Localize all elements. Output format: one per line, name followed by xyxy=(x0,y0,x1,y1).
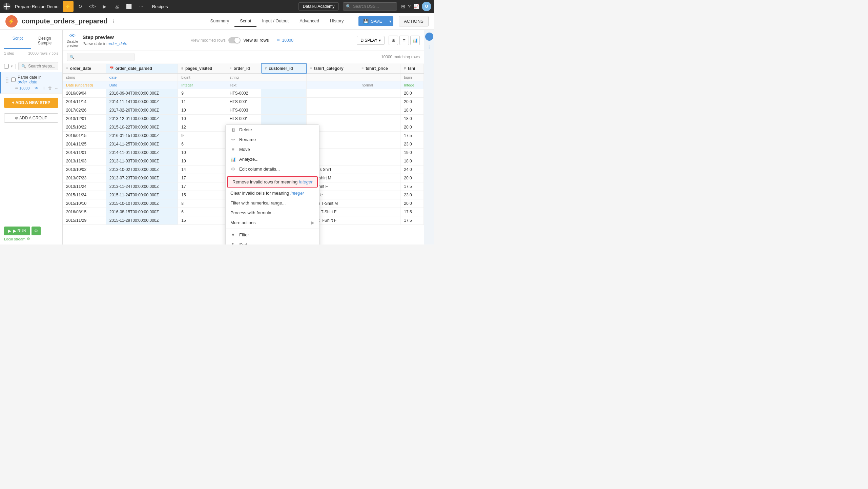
cell-tshi: 18.0 xyxy=(400,106,424,115)
side-panel: i i xyxy=(424,30,434,244)
project-name: Prepare Recipe Demo xyxy=(15,4,59,9)
drag-handle[interactable]: ⣿ xyxy=(5,77,9,83)
nav-icon-print[interactable]: 🖨 xyxy=(111,1,122,12)
col-header-customer-id[interactable]: # customer_id xyxy=(261,64,306,73)
app-logo[interactable] xyxy=(3,2,11,11)
tab-history[interactable]: History xyxy=(325,16,349,27)
stream-settings-icon[interactable]: ⚙ xyxy=(27,237,30,241)
save-button[interactable]: 💾 SAVE xyxy=(358,16,387,26)
subtype-pages-visited: Integer xyxy=(178,81,226,89)
menu-item-clear-invalid[interactable]: Clear invalid cells for meaning Integer xyxy=(226,188,319,198)
menu-item-delete[interactable]: 🗑 Delete xyxy=(226,125,319,135)
menu-item-process-formula[interactable]: Process with formula... xyxy=(226,208,319,218)
step-pause-icon[interactable]: ⏸ xyxy=(41,86,45,91)
display-button[interactable]: DISPLAY ▾ xyxy=(357,36,385,45)
trend-icon[interactable]: 📈 xyxy=(413,4,419,9)
type-customer-id xyxy=(261,73,306,81)
stream-label[interactable]: Local stream ⚙ xyxy=(4,237,41,241)
col-icon-date-parsed: 📅 xyxy=(109,66,113,70)
recipes-label[interactable]: Recipes xyxy=(149,3,171,11)
step-checkbox[interactable] xyxy=(11,77,16,82)
col-header-tshirt-category[interactable]: ≡ tshirt_category xyxy=(306,64,358,73)
step-search[interactable]: 🔍 xyxy=(18,62,58,70)
menu-item-remove-invalid[interactable]: Remove invalid rows for meaning Integer xyxy=(227,176,318,188)
col-header-order-date[interactable]: ≡ order_date xyxy=(63,64,106,73)
chart-view-button[interactable]: 📊 xyxy=(410,36,420,45)
select-all-checkbox[interactable] xyxy=(4,64,9,69)
sidebar-tab-design[interactable]: Design Sample xyxy=(31,33,58,49)
type-tshirt-price xyxy=(358,73,400,81)
tab-advanced[interactable]: Advanced xyxy=(294,16,325,27)
cell-parsed-date: 2013-07-23T00:00:00.000Z xyxy=(106,174,178,182)
list-view-button[interactable]: ≡ xyxy=(399,36,409,45)
cell-tshi: 23.0 xyxy=(400,140,424,149)
disable-preview-button[interactable]: 👁 Disablepreview xyxy=(67,33,78,48)
subtype-tshirt-cat xyxy=(306,81,358,89)
menu-item-analyze[interactable]: 📊 Analyze... xyxy=(226,154,319,164)
row-count-display: 10000 xyxy=(282,38,293,43)
menu-item-edit-column[interactable]: ⚙ Edit column details... xyxy=(226,164,319,174)
nav-icon-code[interactable]: </> xyxy=(87,1,98,12)
menu-item-rename[interactable]: ✏ Rename xyxy=(226,135,319,144)
cell-tshi: 20.0 xyxy=(400,89,424,98)
menu-item-more-actions[interactable]: More actions ▶ xyxy=(226,218,319,228)
cell-pages: 9 xyxy=(178,89,226,98)
run-button[interactable]: ▶ ▶ RUN xyxy=(4,227,30,235)
run-settings-button[interactable]: ⚙ xyxy=(32,227,41,235)
user-avatar[interactable]: U xyxy=(422,2,431,11)
checkbox-dropdown[interactable]: ▾ xyxy=(11,64,13,69)
step-more-icon[interactable]: ··· xyxy=(55,86,58,91)
menu-item-move[interactable]: ≡ Move xyxy=(226,144,319,154)
grid-view-button[interactable]: ⊞ xyxy=(389,36,398,45)
step-eye-icon[interactable]: 👁 xyxy=(35,86,39,91)
cell-customer-id xyxy=(261,115,306,123)
step-delete-icon[interactable]: 🗑 xyxy=(48,86,52,91)
tab-input-output[interactable]: Input / Output xyxy=(256,16,294,27)
save-button-group: 💾 SAVE ▾ xyxy=(358,16,393,26)
save-dropdown-button[interactable]: ▾ xyxy=(387,16,393,26)
step-search-input[interactable] xyxy=(28,64,55,69)
table-row: 2017/02/26 2017-02-26T00:00:00.000Z 10 H… xyxy=(63,106,424,115)
nav-icon-more[interactable]: ··· xyxy=(136,1,147,12)
search-box[interactable]: 🔍 Search DSS... xyxy=(343,2,397,11)
col-header-tshi[interactable]: # tshi xyxy=(400,64,424,73)
grid-icon[interactable]: ⊞ xyxy=(401,4,405,9)
tab-script[interactable]: Script xyxy=(234,16,256,27)
cell-tshirt-price xyxy=(358,157,400,165)
run-label: ▶ RUN xyxy=(13,229,26,233)
menu-item-sort[interactable]: ⇅ Sort xyxy=(226,240,319,244)
view-toggle-switch[interactable] xyxy=(228,37,241,43)
menu-item-filter[interactable]: ▼ Filter xyxy=(226,230,319,240)
step-row-count[interactable]: ✏ 10000 xyxy=(15,86,30,91)
col-header-order-date-parsed[interactable]: 📅 order_date_parsed xyxy=(106,64,178,73)
help-icon[interactable]: ? xyxy=(408,4,411,9)
col-icon-order-id: ≡ xyxy=(230,66,232,70)
filter-search-input[interactable] xyxy=(77,55,131,59)
side-panel-icon-1[interactable]: i xyxy=(425,33,433,41)
dataiku-academy-button[interactable]: Dataiku Academy xyxy=(298,2,339,11)
col-label-tshirt-cat: tshirt_category xyxy=(314,66,344,71)
nav-icon-play[interactable]: ▶ xyxy=(99,1,110,12)
col-header-order-id[interactable]: ≡ order_id xyxy=(226,64,261,73)
nav-icon-refresh[interactable]: ↻ xyxy=(75,1,86,12)
tab-summary[interactable]: Summary xyxy=(205,16,235,27)
add-group-button[interactable]: ⊕ ADD A GROUP xyxy=(4,113,58,123)
side-panel-icon-2[interactable]: i xyxy=(425,43,433,52)
actions-button[interactable]: ACTIONS xyxy=(399,16,429,26)
preview-info: Step preview Parse date in order_date xyxy=(82,34,127,46)
step-item-parse-date[interactable]: ⣿ Parse date in order_date ✏ 10000 👁 ⏸ 🗑… xyxy=(0,72,62,94)
info-icon[interactable]: ℹ xyxy=(113,19,115,24)
cell-order-date: 2016/01/15 xyxy=(63,132,106,140)
col-header-pages-visited[interactable]: # pages_visited xyxy=(178,64,226,73)
table-area[interactable]: ≡ order_date 📅 order_date_parsed xyxy=(63,63,424,244)
nav-icon-window[interactable]: ⬜ xyxy=(124,1,135,12)
add-step-button[interactable]: + ADD A NEW STEP xyxy=(4,98,58,108)
filter-search[interactable]: 🔍 xyxy=(67,53,135,61)
col-header-tshirt-price[interactable]: ≡ tshirt_price xyxy=(358,64,400,73)
cell-order-date: 2014/11/25 xyxy=(63,140,106,149)
sidebar-tab-script[interactable]: Script xyxy=(4,33,31,49)
menu-item-filter-range[interactable]: Filter with numerical range... xyxy=(226,198,319,208)
nav-icon-recipe[interactable]: ⚡ xyxy=(63,1,74,12)
cell-tshi: 20.0 xyxy=(400,123,424,132)
display-label: DISPLAY xyxy=(360,38,377,43)
